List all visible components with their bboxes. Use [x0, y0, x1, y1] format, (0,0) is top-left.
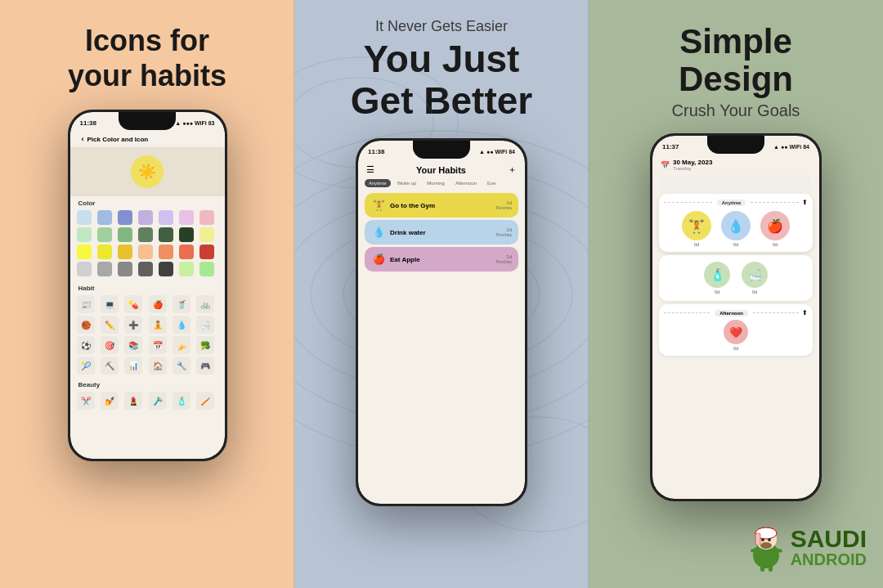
middle-subtitle: It Never Gets Easier [351, 15, 532, 38]
habit-icon[interactable]: 🏀 [77, 316, 95, 334]
color-swatch[interactable] [199, 262, 214, 276]
habit-icon[interactable]: ⛏️ [101, 357, 119, 375]
color-swatch[interactable] [118, 227, 132, 242]
water-habit-block: 💧 0d [719, 211, 752, 247]
habit-icon[interactable]: 🥤 [173, 295, 190, 313]
habit-icon[interactable]: 🚲 [196, 295, 214, 313]
middle-phone: 11:38 ▲●●WiFi84 ☰ Your Habits ＋ Anytime … [356, 138, 527, 506]
color-swatch[interactable] [199, 227, 214, 242]
svg-point-18 [760, 542, 772, 549]
color-swatch[interactable] [97, 262, 112, 276]
color-swatch[interactable] [97, 210, 112, 225]
right-phone-screen: 11:37 ▲●●WiFi84 📅 30 May, 2023 Tuesday [652, 136, 819, 499]
right-title: SimpleDesign [672, 23, 800, 98]
color-swatch[interactable] [199, 210, 214, 225]
day-text: Tuesday [673, 166, 712, 171]
time: 11:38 [368, 148, 384, 155]
habit-icon[interactable]: 🔧 [173, 357, 190, 375]
apple-badge: 2dPunches [496, 254, 512, 264]
color-swatch[interactable] [179, 245, 194, 259]
color-swatch[interactable] [138, 245, 153, 259]
afternoon-section: Afternoon ⬆ ❤️ 0d [659, 304, 813, 356]
color-swatch[interactable] [138, 262, 153, 276]
tab-anytime[interactable]: Anytime [365, 179, 391, 187]
right-title-wrapper: SimpleDesign Crush Your Goals [656, 0, 817, 123]
beauty-icon[interactable]: 🧴 [173, 392, 190, 410]
habit-icon[interactable]: 🎾 [77, 357, 95, 375]
habit-item-apple[interactable]: 🍎 Eat Apple 2dPunches [365, 247, 518, 272]
water-circle-icon[interactable]: 💧 [721, 211, 751, 240]
color-swatch[interactable] [159, 245, 173, 259]
tab-eve[interactable]: Eve [483, 179, 500, 187]
habit-item-water[interactable]: 💧 Drink water 2dPunches [365, 220, 518, 245]
color-swatch[interactable] [179, 210, 194, 225]
habit-icon[interactable]: 🎯 [101, 336, 119, 354]
tab-wokeup[interactable]: Woke up [393, 179, 421, 187]
gym-circle-icon[interactable]: 🏋️ [682, 211, 711, 240]
afternoon-icons: ❤️ 0d [664, 320, 808, 351]
beauty-icon[interactable]: 💅 [101, 392, 119, 410]
color-swatch[interactable] [159, 210, 173, 225]
small-icons-row: 🧴 0d 🛁 0d [666, 262, 806, 294]
color-swatch[interactable] [159, 262, 173, 276]
habit-icon[interactable]: 🥦 [196, 336, 214, 354]
habit-icon[interactable]: ⚽ [77, 336, 95, 354]
icon-preview: ☀️ [70, 147, 225, 196]
tab-afternoon[interactable]: Afternoon [451, 179, 481, 187]
apple-circle-icon[interactable]: 🍎 [760, 211, 790, 240]
left-panel-title: Icons foryour habits [43, 0, 251, 101]
color-swatch[interactable] [97, 245, 112, 259]
middle-phone-screen: 11:38 ▲●●WiFi84 ☰ Your Habits ＋ Anytime … [358, 141, 525, 504]
beauty-icon[interactable]: 🪥 [196, 392, 214, 410]
color-swatch[interactable] [77, 245, 92, 259]
color-swatch[interactable] [77, 210, 92, 225]
color-swatch[interactable] [199, 245, 214, 259]
habit-icon[interactable]: 🧘 [149, 316, 167, 334]
color-swatch[interactable] [138, 210, 153, 225]
color-swatch[interactable] [118, 262, 132, 276]
habit-icon[interactable]: 📚 [124, 336, 142, 354]
color-swatch[interactable] [138, 227, 153, 242]
habit-item-gym[interactable]: 🏋️ Go to the Gym 2dPunches [365, 193, 518, 218]
apple-habit-block: 🍎 0d [759, 211, 791, 247]
habit-icon[interactable]: 🎮 [196, 357, 214, 375]
bath-block: 🛁 0d [740, 262, 769, 294]
habit-icon[interactable]: 📊 [124, 357, 142, 375]
habit-icon[interactable]: ✏️ [101, 316, 119, 334]
tab-morning[interactable]: Morning [423, 179, 449, 187]
gym-icon: 🏋️ [371, 198, 386, 213]
water-label: 0d [733, 242, 739, 247]
color-swatch[interactable] [97, 227, 112, 242]
habit-icon[interactable]: 💻 [101, 295, 119, 313]
apple-icon: 🍎 [371, 252, 386, 267]
habit-icon[interactable]: 🍎 [149, 295, 167, 313]
color-swatch[interactable] [179, 227, 194, 242]
color-swatch[interactable] [179, 262, 194, 276]
color-swatch[interactable] [159, 227, 173, 242]
color-swatch[interactable] [118, 245, 132, 259]
habit-icon[interactable]: ➕ [124, 316, 142, 334]
date-header: 📅 30 May, 2023 Tuesday [652, 155, 819, 174]
bath-icon[interactable]: 🛁 [742, 262, 768, 288]
habit-icon[interactable]: 🏠 [149, 357, 167, 375]
left-phone-screen: 11:38 ▲●●●WiFi83 ‹ Pick Color and Icon ☀… [70, 112, 225, 459]
lotion-icon[interactable]: 🧴 [704, 262, 730, 288]
beauty-icon[interactable]: 🪒 [149, 392, 167, 410]
lotion-block: 🧴 0d [702, 262, 732, 294]
color-swatch[interactable] [77, 262, 92, 276]
color-swatch[interactable] [77, 227, 92, 242]
beauty-icon[interactable]: ✂️ [77, 392, 95, 410]
water-icon: 💧 [371, 225, 386, 240]
habit-icon[interactable]: 📅 [149, 336, 167, 354]
habit-icon[interactable]: 📰 [77, 295, 95, 313]
habit-icon[interactable]: 🍌 [173, 336, 190, 354]
habit-icon[interactable]: 🛁 [196, 316, 214, 334]
beauty-icon[interactable]: 💄 [124, 392, 142, 410]
time: 11:38 [80, 119, 96, 127]
habits-tabs: Anytime Woke up Morning Afternoon Eve [358, 177, 525, 191]
afternoon-icon1[interactable]: ❤️ [724, 320, 748, 344]
habit-icon[interactable]: 💊 [124, 295, 142, 313]
habit-icon[interactable]: 💧 [173, 316, 190, 334]
color-swatch[interactable] [118, 210, 132, 225]
anytime-icons-row: 🏋️ 0d 💧 0d 🍎 0d [664, 211, 808, 247]
